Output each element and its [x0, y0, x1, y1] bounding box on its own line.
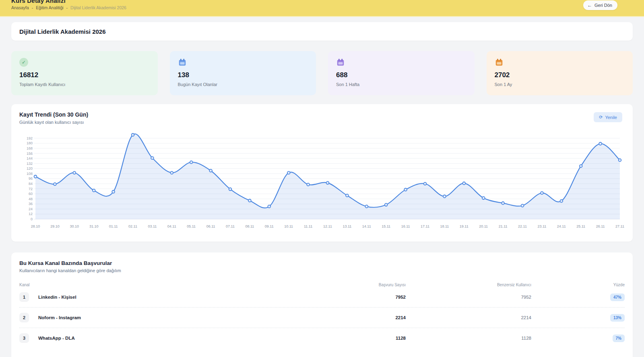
- chart-subtitle: Günlük kayıt olan kullanıcı sayısı: [19, 120, 625, 125]
- svg-text:18.11: 18.11: [440, 224, 449, 228]
- svg-text:05.11: 05.11: [187, 224, 196, 228]
- breadcrumb-current: Dijital Liderlik Akademisi 2026: [70, 5, 126, 10]
- calendar-day-icon: [178, 58, 187, 67]
- svg-text:28.10: 28.10: [31, 224, 40, 228]
- svg-text:168: 168: [27, 146, 33, 150]
- svg-text:19.11: 19.11: [460, 224, 469, 228]
- svg-text:21.11: 21.11: [499, 224, 508, 228]
- column-header-unique-users: Benzersiz Kullanıcı: [406, 283, 531, 287]
- refresh-button-label: Yenile: [605, 115, 617, 120]
- back-button[interactable]: ← Geri Dön: [583, 0, 617, 10]
- stat-label: Toplam Kayıtlı Kullanıcı: [19, 82, 150, 87]
- stat-card-month: 2702 Son 1 Ay: [487, 51, 633, 95]
- svg-text:07.11: 07.11: [226, 224, 235, 228]
- page-header-title: Kurs Detay Analizi: [11, 0, 633, 4]
- unique-users-value: 2214: [406, 315, 531, 320]
- breadcrumb-separator: -: [66, 5, 68, 10]
- svg-text:48: 48: [29, 197, 33, 201]
- channel-name: WhatsApp - DLA: [38, 336, 75, 341]
- svg-text:15.11: 15.11: [382, 224, 390, 228]
- svg-text:24: 24: [29, 207, 33, 211]
- svg-text:192: 192: [27, 136, 33, 140]
- svg-text:10.11: 10.11: [284, 224, 293, 228]
- svg-text:144: 144: [27, 156, 33, 160]
- svg-text:23.11: 23.11: [537, 224, 546, 228]
- arrow-left-icon: ←: [587, 2, 592, 8]
- svg-text:22.11: 22.11: [518, 224, 527, 228]
- table-row: 1 Linkedin - Kişisel 7952 7952 47%: [19, 287, 625, 308]
- svg-text:96: 96: [29, 176, 33, 181]
- table-row: 3 WhatsApp - DLA 1128 1128 7%: [19, 328, 625, 348]
- svg-text:08.11: 08.11: [245, 224, 254, 228]
- stat-value: 138: [178, 71, 308, 79]
- svg-text:13.11: 13.11: [343, 224, 351, 228]
- rank-badge: 3: [19, 333, 29, 343]
- percent-badge: 13%: [610, 314, 625, 322]
- svg-text:14.11: 14.11: [362, 224, 371, 228]
- svg-text:180: 180: [27, 141, 33, 145]
- table-subtitle: Kullanıcıların hangi kanaldan geldiğine …: [19, 268, 625, 273]
- refresh-button[interactable]: ⟳ Yenile: [594, 112, 622, 122]
- svg-text:03.11: 03.11: [148, 224, 157, 228]
- applications-value: 2214: [285, 315, 406, 320]
- svg-text:29.10: 29.10: [50, 224, 60, 228]
- svg-text:31.10: 31.10: [89, 224, 99, 228]
- breadcrumb-separator: -: [32, 5, 33, 10]
- svg-text:06.11: 06.11: [206, 224, 215, 228]
- channel-name: Linkedin - Kişisel: [38, 295, 76, 300]
- course-title-card: Dijital Liderlik Akademisi 2026: [11, 22, 633, 41]
- channel-table-card: Bu Kursa Kanal Bazında Başvurular Kullan…: [11, 252, 633, 357]
- svg-text:20.11: 20.11: [479, 224, 488, 228]
- svg-text:36: 36: [29, 202, 33, 206]
- svg-text:72: 72: [29, 187, 33, 191]
- svg-text:24.11: 24.11: [557, 224, 566, 228]
- stat-cards-row: ✓ 16812 Toplam Kayıtlı Kullanıcı 138 Bug…: [11, 51, 633, 95]
- svg-text:30.10: 30.10: [70, 224, 79, 228]
- top-header-band: Kurs Detay Analizi Anasayfa - Eğitim Ana…: [0, 0, 644, 17]
- percent-badge: 7%: [613, 334, 625, 342]
- registration-trend-card: Kayıt Trendi (Son 30 Gün) Günlük kayıt o…: [11, 104, 633, 242]
- stat-value: 688: [336, 71, 466, 79]
- rank-badge: 1: [19, 292, 29, 302]
- svg-text:25.11: 25.11: [576, 224, 585, 228]
- chart-title: Kayıt Trendi (Son 30 Gün): [19, 111, 625, 118]
- svg-text:09.11: 09.11: [265, 224, 274, 228]
- svg-text:27.11: 27.11: [615, 224, 624, 228]
- column-header-applications: Başvuru Sayısı: [285, 283, 406, 287]
- applications-value: 7952: [285, 295, 406, 300]
- course-title: Dijital Liderlik Akademisi 2026: [19, 28, 106, 35]
- calendar-month-icon: [495, 58, 504, 67]
- svg-text:02.11: 02.11: [128, 224, 137, 228]
- table-title: Bu Kursa Kanal Bazında Başvurular: [19, 260, 625, 266]
- stat-card-today: 138 Bugün Kayıt Olanlar: [170, 51, 316, 95]
- svg-text:132: 132: [27, 162, 33, 166]
- unique-users-value: 1128: [406, 336, 531, 341]
- stat-card-week: 688 Son 1 Hafta: [328, 51, 475, 95]
- svg-text:0: 0: [31, 217, 33, 221]
- svg-text:84: 84: [29, 182, 33, 186]
- registration-trend-chart: 0122436486072849610812013214415616818019…: [19, 127, 625, 232]
- svg-text:04.11: 04.11: [167, 224, 176, 228]
- svg-text:120: 120: [27, 166, 33, 170]
- svg-text:156: 156: [27, 152, 33, 156]
- svg-text:11.11: 11.11: [304, 224, 312, 228]
- channel-name: Noform - Instagram: [38, 315, 81, 320]
- svg-text:60: 60: [29, 192, 33, 196]
- svg-text:12.11: 12.11: [323, 224, 332, 228]
- rank-badge: 2: [19, 313, 29, 322]
- svg-text:16.11: 16.11: [401, 224, 410, 228]
- breadcrumb-home[interactable]: Anasayfa: [11, 5, 29, 10]
- stat-label: Bugün Kayıt Olanlar: [178, 82, 308, 87]
- calendar-week-icon: [336, 58, 345, 67]
- stat-value: 2702: [495, 71, 625, 79]
- stat-value: 16812: [19, 71, 150, 79]
- svg-text:01.11: 01.11: [109, 224, 118, 228]
- stat-card-total-users: ✓ 16812 Toplam Kayıtlı Kullanıcı: [11, 51, 158, 95]
- breadcrumb-analytics[interactable]: Eğitim Analitiği: [36, 5, 63, 10]
- svg-text:12: 12: [29, 212, 33, 216]
- stat-label: Son 1 Ay: [495, 82, 625, 87]
- table-header-row: Kanal Başvuru Sayısı Benzersiz Kullanıcı…: [19, 283, 625, 287]
- breadcrumb: Anasayfa - Eğitim Analitiği - Dijital Li…: [11, 5, 633, 10]
- percent-badge: 47%: [610, 293, 625, 301]
- svg-text:26.11: 26.11: [596, 224, 605, 228]
